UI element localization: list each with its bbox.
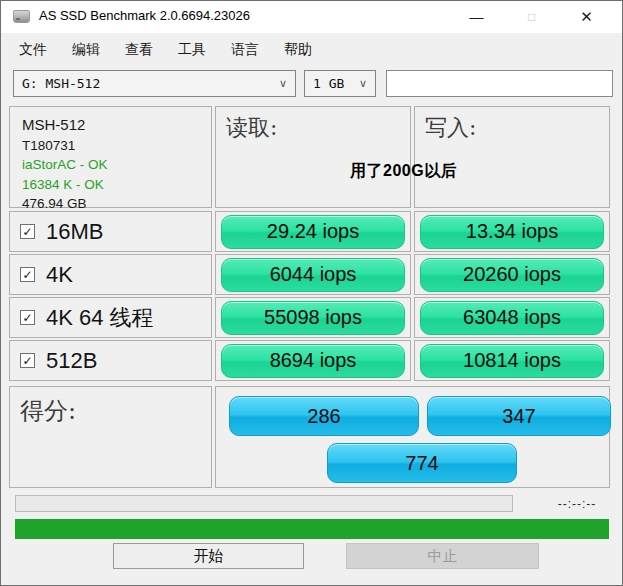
read-value-16mb: 29.24 iops	[221, 215, 405, 249]
test-row-4k: ✓ 4K	[9, 254, 212, 295]
drive-model: MSH-512	[22, 114, 199, 136]
test-row-16mb: ✓ 16MB	[9, 211, 212, 252]
start-button[interactable]: 开始	[113, 543, 304, 569]
alignment-status: 16384 K - OK	[22, 175, 199, 195]
app-window: AS SSD Benchmark 2.0.6694.23026 — □ ✕ 文件…	[0, 0, 623, 586]
checkbox-16mb[interactable]: ✓	[20, 224, 35, 239]
test-row-512b: ✓ 512B	[9, 340, 212, 381]
drive-select-value: G: MSH-512	[22, 76, 100, 91]
read-cell-16mb: 29.24 iops	[215, 211, 411, 252]
score-label-cell: 得分:	[9, 386, 212, 488]
window-controls: — □ ✕	[449, 1, 614, 33]
write-value-4k64: 63048 iops	[420, 301, 604, 335]
menu-edit[interactable]: 编辑	[72, 41, 100, 59]
score-write: 347	[427, 396, 611, 436]
read-value-4k64: 55098 iops	[221, 301, 405, 335]
write-cell-4k64: 63048 iops	[414, 297, 610, 338]
test-size-value: 1 GB	[313, 76, 344, 91]
score-values-cell: 286 347 774	[215, 386, 610, 488]
chevron-down-icon: ∨	[359, 77, 367, 90]
minimize-icon[interactable]: —	[449, 1, 504, 33]
read-column-title: 读取:	[216, 107, 410, 149]
test-size-select[interactable]: 1 GB ∨	[304, 70, 376, 97]
window-title: AS SSD Benchmark 2.0.6694.23026	[39, 8, 250, 23]
read-cell-4k: 6044 iops	[215, 254, 411, 295]
title-bar: AS SSD Benchmark 2.0.6694.23026 — □ ✕	[1, 1, 622, 33]
score-label: 得分:	[20, 397, 76, 425]
score-read: 286	[229, 396, 419, 436]
checkbox-4k64[interactable]: ✓	[20, 310, 35, 325]
elapsed-time: --:--:--	[541, 497, 613, 511]
write-value-16mb: 13.34 iops	[420, 215, 604, 249]
menu-help[interactable]: 帮助	[284, 41, 312, 59]
read-value-4k: 6044 iops	[221, 258, 405, 292]
menu-bar: 文件 编辑 查看 工具 语言 帮助	[19, 41, 312, 59]
maximize-icon[interactable]: □	[504, 1, 559, 33]
read-cell-512b: 8694 iops	[215, 340, 411, 381]
write-cell-512b: 10814 iops	[414, 340, 610, 381]
write-column-header: 写入:	[414, 106, 610, 208]
close-icon[interactable]: ✕	[559, 1, 614, 33]
read-column-header: 读取:	[215, 106, 411, 208]
test-progress-bar	[15, 495, 513, 512]
chevron-down-icon: ∨	[279, 77, 287, 90]
menu-view[interactable]: 查看	[125, 41, 153, 59]
checkbox-512b[interactable]: ✓	[20, 353, 35, 368]
drive-firmware: T180731	[22, 136, 199, 156]
checkbox-4k[interactable]: ✓	[20, 267, 35, 282]
menu-tools[interactable]: 工具	[178, 41, 206, 59]
menu-file[interactable]: 文件	[19, 41, 47, 59]
drive-info-panel: MSH-512 T180731 iaStorAC - OK 16384 K - …	[9, 106, 212, 208]
overall-progress-bar	[15, 519, 609, 539]
read-cell-4k64: 55098 iops	[215, 297, 411, 338]
app-icon	[13, 10, 30, 23]
test-label: 512B	[46, 348, 97, 374]
read-value-512b: 8694 iops	[221, 344, 405, 378]
write-cell-4k: 20260 iops	[414, 254, 610, 295]
user-annotation: 用了200G以后	[350, 161, 457, 182]
write-column-title: 写入:	[415, 107, 609, 149]
write-value-4k: 20260 iops	[420, 258, 604, 292]
write-value-512b: 10814 iops	[420, 344, 604, 378]
test-label: 16MB	[46, 219, 103, 245]
drive-select[interactable]: G: MSH-512 ∨	[13, 70, 296, 97]
test-row-4k64: ✓ 4K 64 线程	[9, 297, 212, 338]
score-total: 774	[327, 443, 517, 483]
driver-status: iaStorAC - OK	[22, 155, 199, 175]
status-textbox[interactable]	[386, 70, 613, 97]
abort-button: 中止	[346, 543, 539, 569]
write-cell-16mb: 13.34 iops	[414, 211, 610, 252]
menu-language[interactable]: 语言	[231, 41, 259, 59]
test-label: 4K 64 线程	[46, 303, 154, 333]
test-label: 4K	[46, 262, 73, 288]
